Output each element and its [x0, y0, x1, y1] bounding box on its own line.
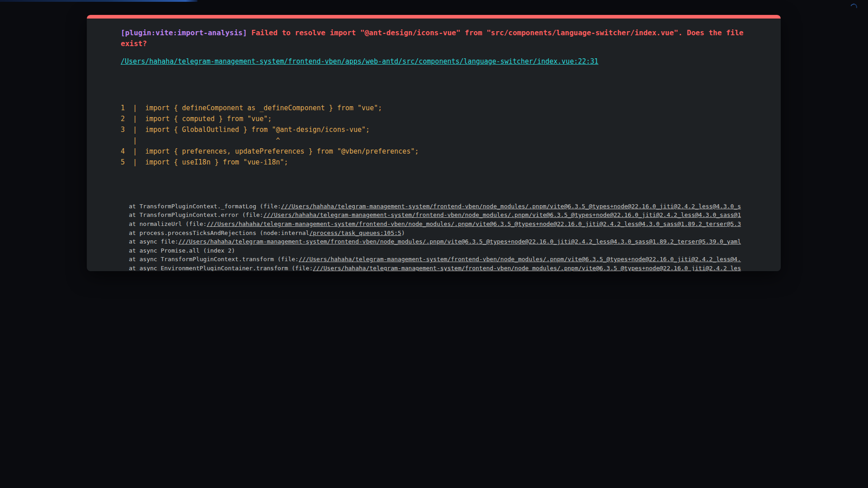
stack-frame-text: at async Promise.all (index 2)	[129, 247, 235, 254]
stack-frame-text: at async EnvironmentPluginContainer.tran…	[129, 265, 313, 271]
error-overlay-content: [plugin:vite:import-analysis] Failed to …	[87, 19, 781, 271]
error-file-link[interactable]: /Users/hahaha/telegram-management-system…	[121, 57, 599, 66]
code-frame-line: 1 | import { defineComponent as _defineC…	[121, 103, 750, 113]
stack-file-link[interactable]: /process/task_queues:105:5	[309, 230, 401, 236]
stack-frame: at TransformPluginContext._formatLog (fi…	[129, 202, 750, 211]
code-frame-line: 5 | import { useI18n } from "vue-i18n";	[121, 157, 750, 168]
plugin-tag: [plugin:vite:import-analysis]	[121, 28, 247, 37]
stack-frame: at process.processTicksAndRejections (no…	[129, 229, 750, 238]
stack-frame-text: at async file:	[129, 238, 179, 245]
stack-file-link[interactable]: ///Users/hahaha/telegram-management-syst…	[313, 265, 741, 271]
app-root: [plugin:vite:import-analysis] Failed to …	[0, 0, 868, 488]
stack-frame: at TransformPluginContext.error (file://…	[129, 211, 750, 220]
code-frame-line: 2 | import { computed } from "vue";	[121, 113, 750, 124]
code-frame-line: 4 | import { preferences, updatePreferen…	[121, 146, 750, 157]
stack-frame: at async EnvironmentPluginContainer.tran…	[129, 264, 750, 271]
stack-frame-text: at TransformPluginContext.error (file:	[129, 211, 263, 218]
stack-frame: at normalizeUrl (file:///Users/hahaha/te…	[129, 220, 750, 229]
stack-frame-text: at normalizeUrl (file:	[129, 221, 207, 227]
stack-frame-text: at process.processTicksAndRejections (no…	[129, 230, 309, 236]
stack-file-link[interactable]: ///Users/hahaha/telegram-management-syst…	[281, 203, 741, 210]
code-frame-line: | ^	[121, 135, 750, 146]
stack-frame-suffix: )	[401, 230, 405, 236]
stack-file-link[interactable]: ///Users/hahaha/telegram-management-syst…	[299, 256, 741, 263]
stack-file-link[interactable]: ///Users/hahaha/telegram-management-syst…	[179, 238, 741, 245]
stack-frame: at async Promise.all (index 2)	[129, 246, 750, 255]
stack-frame-text: at TransformPluginContext._formatLog (fi…	[129, 203, 281, 210]
error-accent-bar	[87, 15, 781, 19]
stack-file-link[interactable]: ///Users/hahaha/telegram-management-syst…	[207, 221, 741, 227]
stack-file-link[interactable]: ///Users/hahaha/telegram-management-syst…	[263, 211, 741, 218]
stack-frame: at async TransformPluginContext.transfor…	[129, 255, 750, 264]
code-frame-line: 3 | import { GlobalOutlined } from "@ant…	[121, 124, 750, 135]
code-frame: 1 | import { defineComponent as _defineC…	[121, 70, 750, 168]
vite-error-overlay-window: [plugin:vite:import-analysis] Failed to …	[87, 15, 781, 271]
error-message: [plugin:vite:import-analysis] Failed to …	[121, 28, 750, 49]
stack-frame-text: at async TransformPluginContext.transfor…	[129, 256, 299, 263]
stack-frame: at async file:///Users/hahaha/telegram-m…	[129, 237, 750, 246]
stack-trace: at TransformPluginContext._formatLog (fi…	[121, 175, 750, 271]
